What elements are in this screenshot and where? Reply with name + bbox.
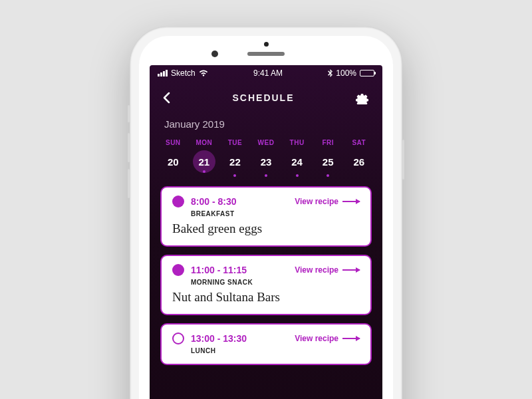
carrier-label: Sketch: [171, 68, 196, 78]
day-thu[interactable]: THU 24: [281, 136, 313, 180]
meal-time: 13:00 - 13:30: [191, 333, 247, 344]
mute-switch: [128, 105, 130, 122]
completed-dot-icon: [172, 264, 184, 276]
sensor-dot: [264, 42, 269, 47]
page-title: SCHEDULE: [232, 92, 294, 103]
meal-card-breakfast[interactable]: 8:00 - 8:30 View recipe BREAKFAST Baked …: [160, 186, 372, 247]
speaker-grille: [247, 52, 285, 56]
day-wed[interactable]: WED 23: [251, 136, 282, 180]
arrow-right-icon: [342, 269, 360, 271]
power-button: [402, 140, 404, 180]
front-camera: [211, 51, 218, 57]
month-label: January 2019: [150, 114, 382, 136]
view-recipe-link[interactable]: View recipe: [295, 265, 360, 275]
meal-time: 8:00 - 8:30: [191, 196, 236, 207]
meal-type-label: BREAKFAST: [191, 210, 360, 217]
status-bar: Sketch 9:41 AM 100%: [150, 65, 382, 81]
view-recipe-link[interactable]: View recipe: [295, 197, 360, 206]
event-dot: [265, 174, 267, 177]
wifi-icon: [199, 70, 208, 76]
clock-label: 9:41 AM: [253, 68, 283, 78]
day-sun[interactable]: SUN 20: [158, 136, 189, 180]
meal-type-label: MORNING SNACK: [191, 279, 360, 286]
meal-card-morning-snack[interactable]: 11:00 - 11:15 View recipe MORNING SNACK …: [160, 255, 372, 315]
signal-icon: [158, 70, 168, 76]
meal-time: 11:00 - 11:15: [191, 265, 247, 275]
phone-frame: Sketch 9:41 AM 100% SCHEDULE January 201…: [130, 27, 402, 399]
battery-icon: [360, 70, 374, 76]
event-dot: [233, 174, 236, 177]
event-dot: [296, 174, 299, 177]
meal-list: 8:00 - 8:30 View recipe BREAKFAST Baked …: [150, 180, 382, 365]
event-dot: [203, 170, 205, 173]
back-icon[interactable]: [163, 92, 171, 104]
meal-name: Baked green eggs: [172, 221, 360, 236]
arrow-right-icon: [342, 338, 360, 339]
meal-name: Nut and Sultana Bars: [172, 290, 360, 305]
day-mon[interactable]: MON 21: [189, 136, 220, 180]
view-recipe-link[interactable]: View recipe: [295, 334, 360, 343]
day-fri[interactable]: FRI 25: [313, 136, 344, 180]
gear-icon[interactable]: [356, 91, 369, 104]
week-strip: SUN 20 MON 21 TUE 22 WED 23: [150, 136, 382, 180]
completed-dot-icon: [172, 196, 184, 207]
meal-card-lunch[interactable]: 13:00 - 13:30 View recipe LUNCH: [160, 323, 372, 365]
bluetooth-icon: [328, 69, 332, 77]
app-screen: Sketch 9:41 AM 100% SCHEDULE January 201…: [150, 65, 382, 399]
arrow-right-icon: [342, 201, 360, 202]
event-dot: [327, 174, 329, 177]
battery-percent: 100%: [336, 68, 356, 78]
day-sat[interactable]: SAT 26: [343, 136, 374, 180]
day-tue[interactable]: TUE 22: [219, 136, 251, 180]
volume-up: [128, 133, 130, 162]
meal-type-label: LUNCH: [191, 347, 360, 354]
nav-bar: SCHEDULE: [150, 81, 382, 114]
pending-dot-icon: [172, 332, 184, 344]
volume-down: [128, 169, 130, 198]
